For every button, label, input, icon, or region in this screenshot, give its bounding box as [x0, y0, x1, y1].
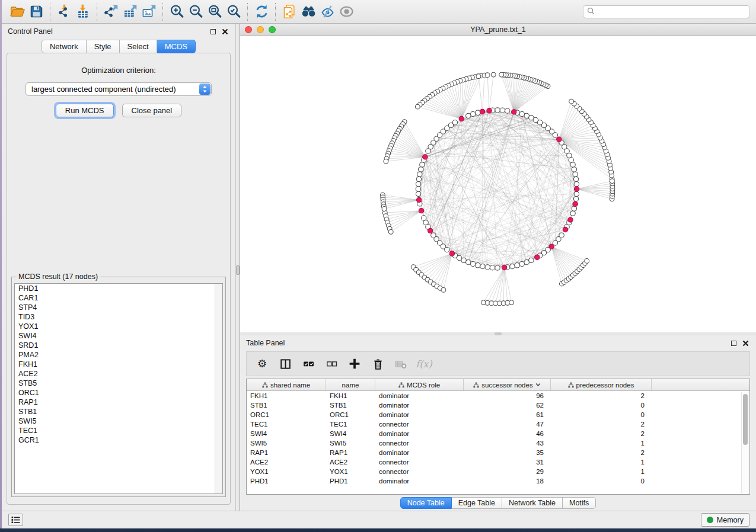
- dominator-node[interactable]: [563, 227, 567, 232]
- close-panel-button[interactable]: [220, 27, 229, 36]
- network-node[interactable]: [573, 172, 578, 177]
- network-node[interactable]: [422, 216, 426, 220]
- dominator-node[interactable]: [419, 208, 423, 213]
- dominator-node[interactable]: [480, 109, 484, 114]
- network-node[interactable]: [524, 113, 529, 118]
- mcds-result-scrollbar[interactable]: [215, 284, 222, 493]
- settings-button[interactable]: ⚙: [255, 357, 269, 371]
- network-node[interactable]: [524, 259, 529, 264]
- table-row[interactable]: TEC1TEC1connector472: [247, 419, 749, 429]
- mcds-result-item[interactable]: SWI4: [15, 331, 222, 341]
- dominator-node[interactable]: [574, 187, 579, 191]
- export-image-button[interactable]: [139, 2, 158, 21]
- network-node[interactable]: [529, 258, 534, 262]
- tab-network-table[interactable]: Network Table: [502, 497, 563, 509]
- table-row[interactable]: SWI5SWI5connector431: [247, 438, 749, 448]
- table-row[interactable]: FKH1FKH1dominator962: [247, 391, 749, 400]
- satellite-node[interactable]: [485, 73, 490, 78]
- memory-button[interactable]: Memory: [701, 513, 749, 527]
- mcds-result-item[interactable]: ACE2: [15, 369, 222, 379]
- float-table-panel-button[interactable]: [729, 338, 738, 348]
- mcds-result-item[interactable]: PHD1: [15, 284, 222, 293]
- tab-network[interactable]: Network: [42, 40, 87, 53]
- network-node[interactable]: [510, 264, 515, 268]
- mcds-result-item[interactable]: PMA2: [15, 350, 222, 360]
- dominator-node[interactable]: [502, 265, 506, 270]
- close-panel-button-2[interactable]: Close panel: [122, 104, 182, 117]
- satellite-node[interactable]: [415, 104, 420, 109]
- dominator-node[interactable]: [557, 137, 562, 142]
- zoom-selected-button[interactable]: [224, 2, 243, 21]
- network-node[interactable]: [570, 162, 575, 167]
- network-node[interactable]: [466, 259, 471, 264]
- column-header-name[interactable]: name: [326, 379, 375, 390]
- dominator-node[interactable]: [423, 155, 428, 159]
- satellite-node[interactable]: [491, 72, 496, 77]
- horizontal-split-divider[interactable]: [240, 332, 756, 335]
- zoom-fit-button[interactable]: [205, 2, 224, 21]
- mcds-result-item[interactable]: RAP1: [15, 398, 222, 407]
- column-header-MCDS-role[interactable]: MCDS role: [375, 379, 464, 390]
- search-field[interactable]: [583, 5, 750, 18]
- mcds-result-item[interactable]: ORC1: [15, 388, 222, 398]
- network-node[interactable]: [505, 108, 510, 113]
- mcds-result-item[interactable]: FKH1: [15, 360, 222, 369]
- toggle-graphics-details-button[interactable]: [318, 2, 337, 21]
- table-row[interactable]: SWI4SWI4dominator462: [247, 429, 749, 438]
- delete-row-button[interactable]: [371, 357, 385, 371]
- mcds-result-item[interactable]: TEC1: [15, 426, 222, 435]
- network-node[interactable]: [495, 108, 500, 113]
- deselect-all-button[interactable]: [324, 357, 339, 371]
- network-node[interactable]: [416, 191, 420, 196]
- save-button[interactable]: [27, 2, 46, 21]
- mcds-result-item[interactable]: TID3: [15, 312, 222, 322]
- network-node[interactable]: [570, 211, 575, 216]
- network-node[interactable]: [500, 108, 505, 113]
- network-canvas[interactable]: [240, 36, 756, 332]
- satellite-node[interactable]: [441, 288, 446, 293]
- satellite-node[interactable]: [476, 74, 481, 79]
- dominator-node[interactable]: [416, 197, 421, 202]
- vertical-split-divider[interactable]: [235, 24, 240, 511]
- refresh-button[interactable]: [252, 2, 271, 21]
- export-network-button[interactable]: [101, 2, 120, 21]
- level-of-detail-button[interactable]: [337, 2, 356, 21]
- network-node[interactable]: [426, 149, 430, 153]
- dominator-node[interactable]: [487, 108, 492, 113]
- mcds-result-item[interactable]: CAR1: [15, 293, 222, 303]
- search-input[interactable]: [598, 8, 746, 16]
- columns-button[interactable]: [278, 357, 292, 371]
- tab-mcds[interactable]: MCDS: [157, 40, 196, 53]
- network-node[interactable]: [470, 111, 475, 116]
- close-window-icon[interactable]: [245, 26, 252, 33]
- network-node[interactable]: [515, 263, 519, 268]
- network-node[interactable]: [573, 196, 578, 201]
- criterion-dropdown[interactable]: largest connected component (undirected): [25, 82, 212, 96]
- mcds-result-item[interactable]: STP4: [15, 303, 222, 312]
- network-node[interactable]: [574, 191, 579, 196]
- satellite-node[interactable]: [509, 300, 514, 305]
- zoom-out-button[interactable]: [186, 2, 205, 21]
- run-mcds-button[interactable]: Run MCDS: [56, 104, 114, 117]
- network-node[interactable]: [529, 115, 534, 120]
- tab-edge-table[interactable]: Edge Table: [452, 497, 502, 509]
- satellite-node[interactable]: [384, 159, 388, 164]
- dominator-node[interactable]: [573, 201, 578, 206]
- minimize-window-icon[interactable]: [257, 26, 264, 33]
- table-row[interactable]: RAP1RAP1dominator352: [247, 448, 749, 457]
- network-node[interactable]: [559, 233, 564, 238]
- network-node[interactable]: [569, 158, 573, 162]
- network-node[interactable]: [495, 265, 500, 270]
- network-node[interactable]: [572, 167, 576, 172]
- network-node[interactable]: [519, 261, 524, 266]
- dominator-node[interactable]: [549, 244, 554, 249]
- network-node[interactable]: [470, 261, 475, 266]
- network-node[interactable]: [490, 265, 495, 270]
- mcds-result-item[interactable]: STB1: [15, 407, 222, 416]
- dominator-node[interactable]: [449, 251, 454, 256]
- float-panel-button[interactable]: [208, 27, 218, 36]
- network-node[interactable]: [476, 110, 480, 115]
- dominator-node[interactable]: [428, 228, 432, 233]
- search-network-button[interactable]: [299, 2, 318, 21]
- network-node[interactable]: [461, 258, 466, 262]
